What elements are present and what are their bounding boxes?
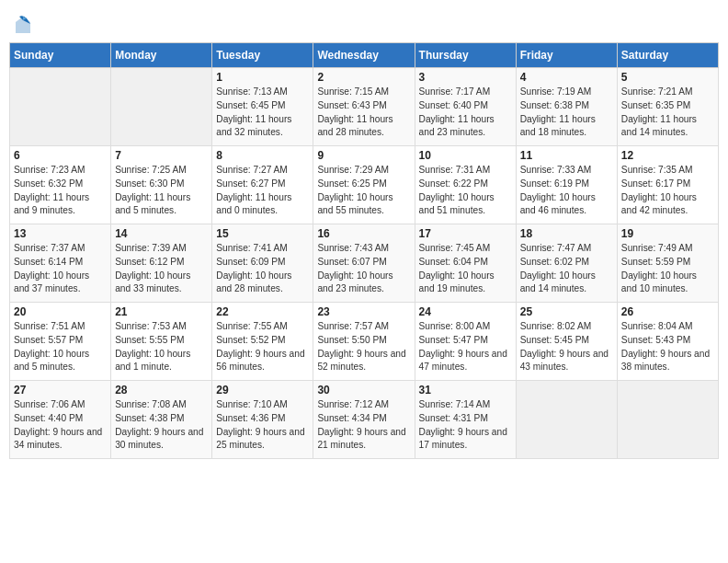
sunset-text: Sunset: 5:52 PM xyxy=(216,335,285,345)
calendar-week-2: 6 Sunrise: 7:23 AM Sunset: 6:32 PM Dayli… xyxy=(10,146,719,224)
day-number: 25 xyxy=(520,305,613,318)
sunset-text: Sunset: 4:34 PM xyxy=(317,413,386,423)
cell-content: Sunrise: 7:41 AM Sunset: 6:09 PM Dayligh… xyxy=(216,242,309,296)
calendar-cell: 7 Sunrise: 7:25 AM Sunset: 6:30 PM Dayli… xyxy=(111,146,212,224)
sunrise-text: Sunrise: 7:14 AM xyxy=(419,399,491,409)
col-saturday: Saturday xyxy=(617,43,718,68)
calendar-cell: 28 Sunrise: 7:08 AM Sunset: 4:38 PM Dayl… xyxy=(111,381,212,459)
daylight-text: Daylight: 9 hours and 30 minutes. xyxy=(115,427,203,451)
calendar-cell: 21 Sunrise: 7:53 AM Sunset: 5:55 PM Dayl… xyxy=(111,303,212,381)
calendar-cell: 25 Sunrise: 8:02 AM Sunset: 5:45 PM Dayl… xyxy=(516,303,617,381)
sunset-text: Sunset: 6:19 PM xyxy=(520,178,589,189)
daylight-text: Daylight: 11 hours and 5 minutes. xyxy=(115,192,190,216)
sunset-text: Sunset: 6:43 PM xyxy=(317,100,386,110)
calendar-week-1: 1 Sunrise: 7:13 AM Sunset: 6:45 PM Dayli… xyxy=(10,68,719,146)
sunset-text: Sunset: 5:45 PM xyxy=(520,335,589,345)
calendar-cell: 13 Sunrise: 7:37 AM Sunset: 6:14 PM Dayl… xyxy=(10,224,111,303)
daylight-text: Daylight: 10 hours and 19 minutes. xyxy=(419,270,495,294)
day-number: 22 xyxy=(216,305,309,318)
logo-icon xyxy=(14,15,32,35)
sunrise-text: Sunrise: 7:13 AM xyxy=(216,86,288,97)
sunrise-text: Sunrise: 7:37 AM xyxy=(14,243,85,253)
calendar-cell: 12 Sunrise: 7:35 AM Sunset: 6:17 PM Dayl… xyxy=(617,146,718,224)
sunrise-text: Sunrise: 7:45 AM xyxy=(419,243,491,253)
daylight-text: Daylight: 9 hours and 21 minutes. xyxy=(317,427,405,451)
cell-content: Sunrise: 8:02 AM Sunset: 5:45 PM Dayligh… xyxy=(520,320,613,374)
sunset-text: Sunset: 6:22 PM xyxy=(419,178,488,189)
sunrise-text: Sunrise: 7:39 AM xyxy=(115,243,187,253)
sunrise-text: Sunrise: 7:33 AM xyxy=(520,165,592,175)
cell-content: Sunrise: 7:49 AM Sunset: 5:59 PM Dayligh… xyxy=(621,242,714,296)
day-number: 12 xyxy=(621,149,714,162)
cell-content: Sunrise: 7:51 AM Sunset: 5:57 PM Dayligh… xyxy=(14,320,107,374)
calendar-cell xyxy=(516,381,617,459)
calendar-cell: 24 Sunrise: 8:00 AM Sunset: 5:47 PM Dayl… xyxy=(415,303,516,381)
sunrise-text: Sunrise: 7:17 AM xyxy=(419,86,491,97)
sunset-text: Sunset: 5:59 PM xyxy=(621,257,690,267)
sunrise-text: Sunrise: 7:55 AM xyxy=(216,321,288,331)
cell-content: Sunrise: 7:23 AM Sunset: 6:32 PM Dayligh… xyxy=(14,164,107,218)
daylight-text: Daylight: 11 hours and 0 minutes. xyxy=(216,192,291,216)
cell-content: Sunrise: 7:39 AM Sunset: 6:12 PM Dayligh… xyxy=(115,242,208,296)
day-number: 5 xyxy=(621,71,714,84)
cell-content: Sunrise: 7:45 AM Sunset: 6:04 PM Dayligh… xyxy=(419,242,512,296)
calendar-cell xyxy=(10,68,111,146)
sunset-text: Sunset: 6:32 PM xyxy=(14,178,83,189)
calendar-cell: 5 Sunrise: 7:21 AM Sunset: 6:35 PM Dayli… xyxy=(617,68,718,146)
day-number: 20 xyxy=(14,305,107,318)
sunset-text: Sunset: 5:50 PM xyxy=(317,335,386,345)
daylight-text: Daylight: 11 hours and 32 minutes. xyxy=(216,114,291,138)
day-number: 18 xyxy=(520,227,613,240)
day-number: 28 xyxy=(115,384,208,396)
day-number: 30 xyxy=(317,384,410,396)
daylight-text: Daylight: 9 hours and 38 minutes. xyxy=(621,349,710,373)
cell-content: Sunrise: 7:14 AM Sunset: 4:31 PM Dayligh… xyxy=(419,398,512,453)
sunset-text: Sunset: 6:30 PM xyxy=(115,178,184,189)
calendar-cell: 9 Sunrise: 7:29 AM Sunset: 6:25 PM Dayli… xyxy=(313,146,415,224)
cell-content: Sunrise: 7:10 AM Sunset: 4:36 PM Dayligh… xyxy=(216,398,309,453)
calendar-table: Sunday Monday Tuesday Wednesday Thursday… xyxy=(9,42,719,459)
day-number: 6 xyxy=(14,149,107,162)
cell-content: Sunrise: 7:27 AM Sunset: 6:27 PM Dayligh… xyxy=(216,164,309,218)
calendar-cell: 19 Sunrise: 7:49 AM Sunset: 5:59 PM Dayl… xyxy=(617,224,718,303)
sunrise-text: Sunrise: 7:29 AM xyxy=(317,165,389,175)
sunset-text: Sunset: 6:12 PM xyxy=(115,257,184,267)
col-wednesday: Wednesday xyxy=(313,43,415,68)
calendar-cell: 2 Sunrise: 7:15 AM Sunset: 6:43 PM Dayli… xyxy=(313,68,415,146)
sunrise-text: Sunrise: 7:41 AM xyxy=(216,243,288,253)
cell-content: Sunrise: 7:19 AM Sunset: 6:38 PM Dayligh… xyxy=(520,86,613,140)
day-number: 24 xyxy=(419,305,512,318)
sunset-text: Sunset: 6:14 PM xyxy=(14,257,83,267)
sunrise-text: Sunrise: 7:53 AM xyxy=(115,321,187,331)
calendar-cell: 6 Sunrise: 7:23 AM Sunset: 6:32 PM Dayli… xyxy=(10,146,111,224)
sunset-text: Sunset: 4:40 PM xyxy=(14,413,83,423)
sunset-text: Sunset: 5:47 PM xyxy=(419,335,488,345)
day-number: 17 xyxy=(419,227,512,240)
calendar-cell xyxy=(111,68,212,146)
col-tuesday: Tuesday xyxy=(212,43,313,68)
col-monday: Monday xyxy=(111,43,212,68)
sunset-text: Sunset: 6:07 PM xyxy=(317,257,386,267)
calendar-week-3: 13 Sunrise: 7:37 AM Sunset: 6:14 PM Dayl… xyxy=(10,224,719,303)
daylight-text: Daylight: 10 hours and 33 minutes. xyxy=(115,270,190,294)
sunrise-text: Sunrise: 7:25 AM xyxy=(115,165,187,175)
logo xyxy=(13,15,34,35)
daylight-text: Daylight: 9 hours and 52 minutes. xyxy=(317,349,405,373)
daylight-text: Daylight: 11 hours and 9 minutes. xyxy=(14,192,89,216)
day-number: 11 xyxy=(520,149,613,162)
calendar-cell: 27 Sunrise: 7:06 AM Sunset: 4:40 PM Dayl… xyxy=(10,381,111,459)
sunrise-text: Sunrise: 7:12 AM xyxy=(317,399,389,409)
calendar-week-4: 20 Sunrise: 7:51 AM Sunset: 5:57 PM Dayl… xyxy=(10,303,719,381)
daylight-text: Daylight: 11 hours and 14 minutes. xyxy=(621,114,697,138)
calendar-cell: 18 Sunrise: 7:47 AM Sunset: 6:02 PM Dayl… xyxy=(516,224,617,303)
daylight-text: Daylight: 10 hours and 1 minute. xyxy=(115,349,190,373)
daylight-text: Daylight: 10 hours and 37 minutes. xyxy=(14,270,89,294)
day-number: 16 xyxy=(317,227,410,240)
daylight-text: Daylight: 10 hours and 51 minutes. xyxy=(419,192,495,216)
sunrise-text: Sunrise: 7:47 AM xyxy=(520,243,592,253)
sunrise-text: Sunrise: 7:31 AM xyxy=(419,165,491,175)
calendar-cell: 30 Sunrise: 7:12 AM Sunset: 4:34 PM Dayl… xyxy=(313,381,415,459)
cell-content: Sunrise: 7:06 AM Sunset: 4:40 PM Dayligh… xyxy=(14,398,107,453)
daylight-text: Daylight: 9 hours and 25 minutes. xyxy=(216,427,304,451)
calendar-cell: 29 Sunrise: 7:10 AM Sunset: 4:36 PM Dayl… xyxy=(212,381,313,459)
